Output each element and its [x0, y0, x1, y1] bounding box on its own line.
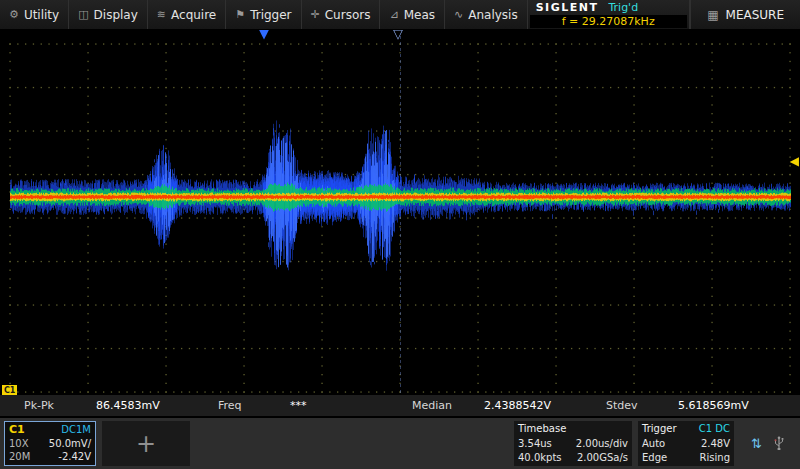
status-bar: C1 DC1M 10X 50.0mV/ 20M -2.42V + Timebas… — [0, 418, 800, 469]
statusbar-spacer — [196, 421, 508, 466]
frequency-counter: f = 29.27087kHz — [530, 15, 687, 28]
measurement-value: 2.4388542V — [484, 399, 551, 412]
trigger-mode: Auto — [642, 438, 665, 450]
trigger-level: 2.48V — [701, 438, 730, 450]
trigger-panel[interactable]: Trigger C1 DC Auto 2.48V Edge Rising — [638, 421, 734, 466]
siglent-logo: SIGLENT — [536, 1, 599, 14]
menu-item-label: Trigger — [250, 8, 291, 22]
trigger-level-marker[interactable]: ◀ — [790, 154, 799, 168]
trigger-source: C1 DC — [699, 423, 730, 435]
updown-arrows-icon[interactable]: ⇅ — [751, 436, 762, 451]
meas-icon: ⊿ — [389, 8, 398, 21]
menu-item-label: Utility — [24, 8, 59, 22]
statusbar-icons: ⇅ — [740, 421, 796, 466]
measurement-stdev: Stdev 5.618569mV — [606, 399, 800, 412]
display-icon: ◫ — [78, 8, 88, 21]
menu-item-label: Acquire — [171, 8, 216, 22]
timebase-sample-rate: 2.00GSa/s — [577, 452, 628, 464]
oscilloscope-screen: ⚙ Utility ◫ Display ≋ Acquire ⚑ Trigger … — [0, 0, 800, 469]
measurement-label: Stdev — [606, 399, 678, 412]
trigger-status: Trig'd — [608, 1, 638, 14]
measurement-bar: Pk-Pk 86.4583mV Freq *** Median 2.438854… — [0, 395, 800, 416]
menu-item-label: Cursors — [325, 8, 371, 22]
timebase-title: Timebase — [518, 423, 566, 435]
channel-name: C1 — [9, 424, 25, 436]
channel-coupling: DC1M — [61, 424, 91, 436]
channel-probe: 10X — [9, 438, 29, 450]
measurement-label: Median — [412, 399, 484, 412]
menu-item-label: Meas — [404, 8, 435, 22]
timebase-delay: 3.54us — [518, 438, 552, 450]
menu-item-meas[interactable]: ⊿ Meas — [380, 0, 445, 29]
measurement-value: *** — [290, 399, 307, 412]
measurement-label: Pk-Pk — [24, 399, 96, 412]
trigger-title: Trigger — [642, 423, 677, 435]
menu-item-label: Analysis — [468, 8, 517, 22]
menu-item-analysis[interactable]: ∿ Analysis — [445, 0, 528, 29]
timebase-scale: 2.00us/div — [576, 438, 628, 450]
trigger-position-marker[interactable]: ▼ — [259, 30, 269, 41]
cursors-icon: ✛ — [311, 8, 320, 21]
measurement-pkpk: Pk-Pk 86.4583mV — [24, 399, 218, 412]
channel-panel-c1[interactable]: C1 DC1M 10X 50.0mV/ 20M -2.42V — [4, 421, 96, 466]
trigger-flag-icon: ⚑ — [235, 8, 245, 21]
measurement-value: 5.618569mV — [678, 399, 749, 412]
measurement-label: Freq — [218, 399, 290, 412]
channel-bandwidth: 20M — [9, 451, 30, 463]
measurement-value: 86.4583mV — [96, 399, 160, 412]
utility-icon: ⚙ — [9, 8, 19, 21]
menu-item-utility[interactable]: ⚙ Utility — [0, 0, 69, 29]
brand-block: SIGLENT Trig'd f = 29.27087kHz — [528, 0, 690, 29]
trigger-type: Edge — [642, 452, 667, 464]
trigger-slope: Rising — [700, 452, 730, 464]
measure-button[interactable]: ▦ MEASURE — [690, 0, 800, 29]
channel-offset: -2.42V — [58, 451, 91, 463]
usb-icon[interactable] — [773, 436, 785, 451]
measurement-median: Median 2.4388542V — [412, 399, 606, 412]
menu-item-display[interactable]: ◫ Display — [69, 0, 148, 29]
waveform-display: ▼ ▽ ◀ C1 Pk-Pk 86.4583mV Freq *** Median… — [0, 30, 800, 418]
timebase-panel[interactable]: Timebase 3.54us 2.00us/div 40.0kpts 2.00… — [514, 421, 632, 466]
acquire-icon: ≋ — [157, 8, 166, 21]
menu-item-cursors[interactable]: ✛ Cursors — [302, 0, 381, 29]
menu-item-acquire[interactable]: ≋ Acquire — [148, 0, 226, 29]
measure-icon: ▦ — [707, 8, 718, 22]
crosshair-icon: + — [136, 434, 156, 454]
analysis-icon: ∿ — [454, 8, 463, 21]
channel-scale: 50.0mV/ — [49, 438, 91, 450]
measure-label: MEASURE — [726, 8, 784, 22]
measurement-freq: Freq *** — [218, 399, 412, 412]
menu-item-label: Display — [94, 8, 138, 22]
waveform-canvas — [0, 30, 800, 418]
menu-item-trigger[interactable]: ⚑ Trigger — [226, 0, 301, 29]
trigger-delay-marker[interactable]: ▽ — [393, 30, 403, 41]
timebase-memory: 40.0kpts — [518, 452, 562, 464]
top-menu-bar: ⚙ Utility ◫ Display ≋ Acquire ⚑ Trigger … — [0, 0, 800, 30]
inactive-channel-panel[interactable]: + — [102, 421, 190, 466]
